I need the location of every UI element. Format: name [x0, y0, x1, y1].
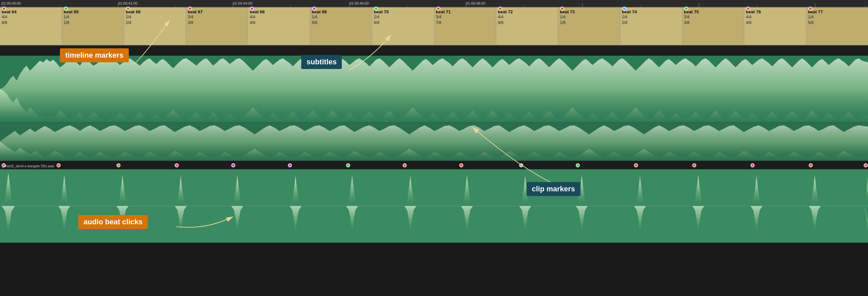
clip-marker-dot — [519, 163, 523, 167]
svg-marker-47 — [864, 177, 868, 206]
beat-cell-72: beat 72 4/48/8 — [496, 7, 558, 45]
svg-marker-36 — [519, 206, 531, 234]
beat-markers-row: beat 64 4/48/8 beat 65 1/41/8 beat 66 2/… — [0, 7, 868, 46]
beat-cell-76: beat 76 4/44/8 — [744, 7, 806, 45]
annotation-clip-markers: clip markers — [527, 182, 581, 196]
clip-marker-dot — [231, 163, 235, 167]
marker-dot — [2, 7, 6, 11]
dark-separator-bar — [0, 46, 868, 56]
clip-marker-dot — [750, 163, 754, 167]
svg-marker-25 — [231, 175, 243, 206]
svg-marker-44 — [750, 206, 763, 234]
svg-marker-20 — [58, 206, 70, 234]
marker-dot — [498, 7, 502, 11]
beat-cell-77: beat 77 1/45/8 — [806, 7, 868, 45]
marker-dot — [684, 7, 688, 11]
annotation-audio-beat-clicks: audio beat clicks — [78, 215, 148, 229]
svg-marker-34 — [461, 206, 473, 234]
svg-marker-43 — [750, 176, 763, 206]
timeline-ruler: 01:00:40:00 01:00:42:00 01:00:44:00 01:0… — [0, 0, 868, 7]
marker-dot — [436, 7, 440, 11]
svg-marker-39 — [634, 176, 646, 206]
svg-marker-24 — [175, 206, 187, 234]
waveform-svg-lower — [0, 123, 868, 161]
clip-marker-dot — [288, 163, 292, 167]
beat-cell-64: beat 64 4/48/8 — [0, 7, 62, 45]
svg-marker-21 — [117, 175, 128, 206]
clip-marker-dot — [576, 163, 580, 167]
annotation-box-timeline: timeline markers — [60, 48, 129, 62]
svg-marker-26 — [231, 206, 243, 234]
svg-marker-19 — [58, 175, 70, 206]
clip-marker-dot — [346, 163, 350, 167]
svg-marker-33 — [461, 175, 473, 206]
svg-marker-23 — [175, 176, 187, 206]
beat-cell-67: beat 67 3/43/8 — [186, 7, 248, 45]
svg-marker-28 — [289, 206, 302, 234]
svg-marker-38 — [576, 206, 588, 234]
svg-marker-31 — [404, 176, 416, 206]
beat-cell-75: beat 75 3/43/8 — [682, 7, 744, 45]
beat-cell-73: beat 73 1/41/8 — [558, 7, 620, 45]
beat-cell-66: beat 66 2/42/8 — [124, 7, 186, 45]
clip-marker-dot — [809, 163, 813, 167]
waveform-track-upper — [0, 56, 868, 122]
svg-marker-40 — [634, 206, 646, 234]
beat-clicks-track — [0, 169, 868, 243]
waveform-svg-upper — [0, 56, 868, 122]
clip-marker-dot — [175, 163, 179, 167]
svg-marker-48 — [864, 206, 868, 236]
svg-marker-41 — [692, 175, 704, 206]
annotation-box-audio-beat: audio beat clicks — [78, 215, 148, 229]
annotation-box-subtitles: subtitles — [301, 55, 342, 69]
svg-marker-18 — [2, 206, 15, 236]
svg-marker-46 — [809, 206, 821, 234]
clip-marker-dot — [459, 163, 463, 167]
beat-cell-68: beat 68 4/44/8 — [248, 7, 310, 45]
clip-marker-dot — [692, 163, 696, 167]
marker-dot — [808, 7, 812, 11]
filename-label: _short2_devil-s-bargain 55s.wav — [2, 164, 54, 168]
marker-dot — [312, 7, 316, 11]
beat-cell-69: beat 69 1/45/8 — [310, 7, 372, 45]
marker-dot — [622, 7, 626, 11]
svg-marker-32 — [404, 206, 416, 234]
beat-cell-74: beat 74 2/42/8 — [620, 7, 682, 45]
svg-marker-42 — [692, 206, 704, 234]
svg-marker-30 — [346, 206, 358, 234]
beat-cell-70: beat 70 2/46/8 — [372, 7, 434, 45]
marker-dot — [126, 7, 130, 11]
marker-dot — [188, 7, 192, 11]
svg-marker-45 — [809, 175, 821, 206]
annotation-box-clip-markers: clip markers — [527, 182, 581, 196]
annotation-timeline-markers: timeline markers — [60, 48, 129, 62]
clip-marker-dot — [634, 163, 638, 167]
annotation-subtitles: subtitles — [301, 55, 342, 69]
clip-marker-dot — [864, 163, 868, 167]
clip-marker-dot — [403, 163, 407, 167]
svg-marker-27 — [289, 176, 302, 206]
beat-cell-71: beat 71 3/47/8 — [434, 7, 496, 45]
svg-marker-17 — [2, 173, 15, 206]
waveform-track-lower — [0, 122, 868, 161]
clip-marker-dot — [117, 163, 121, 167]
beat-clicks-svg — [0, 169, 868, 243]
clip-marker-dot — [57, 163, 61, 167]
clip-markers-row: _short2_devil-s-bargain 55s.wav — [0, 161, 868, 169]
svg-marker-29 — [346, 175, 358, 206]
beat-cell-65: beat 65 1/41/8 — [62, 7, 124, 45]
